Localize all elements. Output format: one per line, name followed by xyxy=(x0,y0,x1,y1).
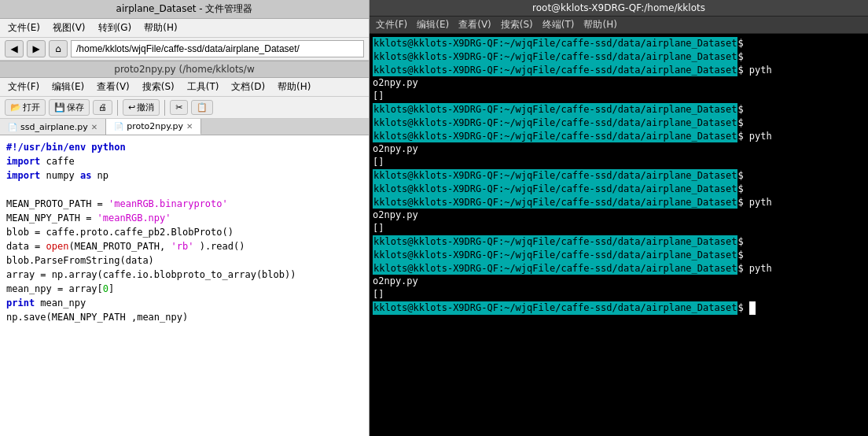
term-line-3: kklots@kklots-X9DRG-QF:~/wjqFile/caffe-s… xyxy=(373,64,865,77)
toolbar-separator xyxy=(117,100,118,116)
nav-forward-button[interactable]: ▶ xyxy=(27,40,46,57)
tab-proto2npy-label: proto2npy.py xyxy=(127,121,183,131)
code-line-11: mean_npy = array[0] xyxy=(6,282,362,296)
term-output-15: [] xyxy=(373,222,384,235)
code-line-7: blob = caffe.proto.caffe_pb2.BlobProto() xyxy=(6,225,362,239)
term-line-19: o2npy.py xyxy=(373,275,865,288)
term-dollar-18: $ pyth xyxy=(737,262,771,275)
code-line-2: import caffe xyxy=(6,154,362,168)
term-dollar-8: $ pyth xyxy=(737,130,771,143)
term-prompt-16: kklots@kklots-X9DRG-QF:~/wjqFile/caffe-s… xyxy=(373,235,737,249)
save-button[interactable]: 💾 保存 xyxy=(49,99,90,116)
term-menu-file[interactable]: 文件(F) xyxy=(376,18,407,31)
editor-menu-doc[interactable]: 文档(D) xyxy=(228,79,268,94)
term-line-1: kklots@kklots-X9DRG-QF:~/wjqFile/caffe-s… xyxy=(373,37,865,50)
address-input[interactable] xyxy=(71,40,364,57)
term-dollar-11: $ xyxy=(737,169,743,183)
term-line-5: [] xyxy=(373,90,865,103)
term-line-15: [] xyxy=(373,222,865,235)
editor-menu-view[interactable]: 查看(V) xyxy=(94,79,133,94)
terminal-menubar: 文件(F) 编辑(E) 查看(V) 搜索(S) 终端(T) 帮助(H) xyxy=(370,17,868,34)
term-menu-terminal[interactable]: 终端(T) xyxy=(542,18,575,31)
file-icon2: 📄 xyxy=(114,122,123,131)
term-dollar-2: $ xyxy=(737,50,743,64)
term-dollar-1: $ xyxy=(737,37,743,50)
term-line-16: kklots@kklots-X9DRG-QF:~/wjqFile/caffe-s… xyxy=(373,235,865,249)
tab-ssd-airplane-close[interactable]: ✕ xyxy=(91,123,97,131)
term-output-14: o2npy.py xyxy=(373,209,418,222)
term-output-4: o2npy.py xyxy=(373,76,418,90)
term-prompt-21: kklots@kklots-X9DRG-QF:~/wjqFile/caffe-s… xyxy=(373,301,737,315)
editor-menu-tools[interactable]: 工具(T) xyxy=(184,79,223,94)
toolbar-separator2 xyxy=(164,100,165,116)
term-line-8: kklots@kklots-X9DRG-QF:~/wjqFile/caffe-s… xyxy=(373,130,865,143)
fm-menu-file[interactable]: 文件(E) xyxy=(5,20,43,35)
fm-menu-goto[interactable]: 转到(G) xyxy=(95,20,135,35)
print-button[interactable]: 🖨 xyxy=(93,100,112,115)
filemanager-menubar: 文件(E) 视图(V) 转到(G) 帮助(H) xyxy=(0,19,369,38)
code-line-5: MEAN_PROTO_PATH = 'meanRGB.binaryproto' xyxy=(6,197,362,211)
term-line-13: kklots@kklots-X9DRG-QF:~/wjqFile/caffe-s… xyxy=(373,196,865,209)
term-prompt-13: kklots@kklots-X9DRG-QF:~/wjqFile/caffe-s… xyxy=(373,196,737,209)
term-prompt-17: kklots@kklots-X9DRG-QF:~/wjqFile/caffe-s… xyxy=(373,249,737,262)
file-icon: 📄 xyxy=(8,123,17,131)
editor-menubar: 文件(F) 编辑(E) 查看(V) 搜索(S) 工具(T) 文档(D) 帮助(H… xyxy=(0,78,369,97)
term-line-17: kklots@kklots-X9DRG-QF:~/wjqFile/caffe-s… xyxy=(373,249,865,262)
code-line-8: data = open(MEAN_PROTO_PATH, 'rb' ).read… xyxy=(6,239,362,253)
editor-menu-help[interactable]: 帮助(H) xyxy=(274,79,314,94)
term-line-14: o2npy.py xyxy=(373,209,865,222)
undo-button[interactable]: ↩ 撤消 xyxy=(123,99,160,116)
term-menu-search[interactable]: 搜索(S) xyxy=(501,18,533,31)
editor-toolbar: 📂 打开 💾 保存 🖨 ↩ 撤消 ✂ 📋 xyxy=(0,97,369,119)
tab-ssd-airplane[interactable]: 📄 ssd_airplane.py ✕ xyxy=(0,119,106,135)
terminal-panel: root@kklots-X9DRG-QF:/home/kklots 文件(F) … xyxy=(370,0,868,436)
terminal-body[interactable]: kklots@kklots-X9DRG-QF:~/wjqFile/caffe-s… xyxy=(370,34,868,436)
term-dollar-13: $ pyth xyxy=(737,196,771,209)
editor-menu-file[interactable]: 文件(F) xyxy=(5,79,42,94)
editor-menu-edit[interactable]: 编辑(E) xyxy=(49,79,87,94)
term-prompt-8: kklots@kklots-X9DRG-QF:~/wjqFile/caffe-s… xyxy=(373,130,737,143)
term-menu-help[interactable]: 帮助(H) xyxy=(583,18,616,31)
nav-home-button[interactable]: ⌂ xyxy=(49,40,68,57)
editor-menu-search[interactable]: 搜索(S) xyxy=(139,79,178,94)
tab-proto2npy-close[interactable]: ✕ xyxy=(186,122,193,131)
term-line-18: kklots@kklots-X9DRG-QF:~/wjqFile/caffe-s… xyxy=(373,262,865,275)
term-dollar-6: $ xyxy=(737,103,743,116)
term-line-11: kklots@kklots-X9DRG-QF:~/wjqFile/caffe-s… xyxy=(373,169,865,183)
term-menu-edit[interactable]: 编辑(E) xyxy=(417,18,449,31)
term-line-20: [] xyxy=(373,288,865,301)
term-line-10: [] xyxy=(373,156,865,169)
code-line-1: #!/usr/bin/env python xyxy=(6,140,362,154)
cut-button[interactable]: ✂ xyxy=(170,100,188,115)
open-button[interactable]: 📂 打开 xyxy=(5,99,46,116)
tab-ssd-airplane-label: ssd_airplane.py xyxy=(20,122,88,132)
term-menu-view[interactable]: 查看(V) xyxy=(458,18,491,31)
term-output-20: [] xyxy=(373,288,384,301)
code-line-9: blob.ParseFromString(data) xyxy=(6,253,362,268)
copy-icon: 📋 xyxy=(197,102,208,113)
fm-menu-view[interactable]: 视图(V) xyxy=(50,20,89,35)
undo-icon: ↩ xyxy=(128,102,135,113)
terminal-cursor xyxy=(749,301,756,315)
term-dollar-3: $ pyth xyxy=(737,64,771,77)
term-prompt-1: kklots@kklots-X9DRG-QF:~/wjqFile/caffe-s… xyxy=(373,37,737,50)
editor-title: proto2npy.py (/home/kklots/w xyxy=(0,61,369,78)
filemanager-addressbar: ◀ ▶ ⌂ xyxy=(0,38,369,61)
terminal-title: root@kklots-X9DRG-QF:/home/kklots xyxy=(370,0,868,17)
print-icon: 🖨 xyxy=(98,102,107,113)
term-line-12: kklots@kklots-X9DRG-QF:~/wjqFile/caffe-s… xyxy=(373,183,865,196)
tab-proto2npy[interactable]: 📄 proto2npy.py ✕ xyxy=(106,119,201,135)
nav-back-button[interactable]: ◀ xyxy=(5,40,24,57)
term-output-9: o2npy.py xyxy=(373,142,418,156)
term-output-19: o2npy.py xyxy=(373,275,418,288)
copy-button[interactable]: 📋 xyxy=(191,100,213,115)
code-line-10: array = np.array(caffe.io.blobproto_to_a… xyxy=(6,268,362,282)
code-editor[interactable]: #!/usr/bin/env python import caffe impor… xyxy=(0,135,369,436)
term-dollar-21: $ xyxy=(737,301,748,315)
term-prompt-11: kklots@kklots-X9DRG-QF:~/wjqFile/caffe-s… xyxy=(373,169,737,183)
term-prompt-2: kklots@kklots-X9DRG-QF:~/wjqFile/caffe-s… xyxy=(373,50,737,64)
filemanager-title: airplane_Dataset - 文件管理器 xyxy=(0,0,369,19)
term-dollar-16: $ xyxy=(737,235,743,249)
term-prompt-18: kklots@kklots-X9DRG-QF:~/wjqFile/caffe-s… xyxy=(373,262,737,275)
fm-menu-help[interactable]: 帮助(H) xyxy=(141,20,180,35)
